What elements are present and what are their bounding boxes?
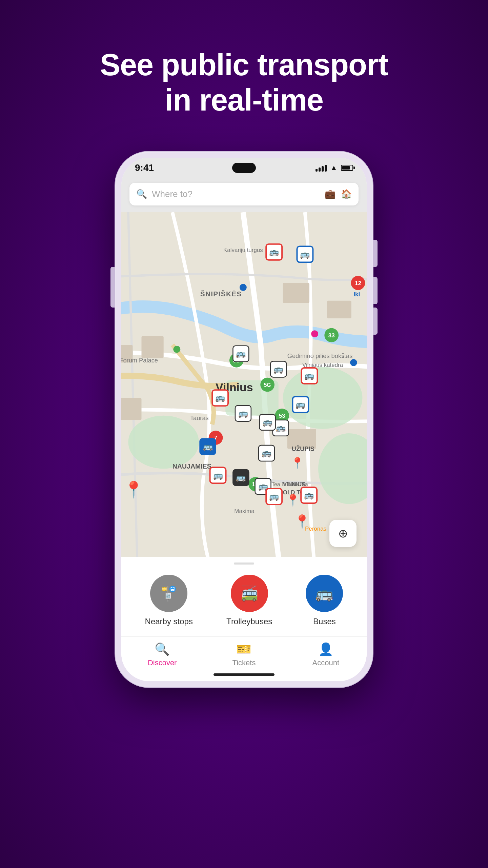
- account-label: Account: [312, 658, 340, 667]
- svg-text:🚌: 🚌: [263, 417, 273, 427]
- nav-tickets[interactable]: 🎫 Tickets: [203, 642, 285, 667]
- svg-text:📍: 📍: [286, 493, 300, 507]
- phone-mockup: 9:41 ▲ 🔍: [115, 152, 373, 687]
- search-container: 🔍 Where to? 💼 🏠: [121, 178, 367, 212]
- status-bar: 9:41 ▲: [121, 158, 367, 178]
- wifi-icon: ▲: [330, 163, 338, 172]
- svg-text:Maxima: Maxima: [234, 508, 255, 514]
- buses-icon-circle: 🚌: [306, 575, 343, 612]
- svg-text:UŽUPIS: UŽUPIS: [292, 445, 314, 452]
- svg-text:📍: 📍: [294, 514, 310, 530]
- svg-text:🚌: 🚌: [203, 442, 213, 451]
- home-icon[interactable]: 🏠: [341, 189, 352, 199]
- svg-text:Forum Palace: Forum Palace: [121, 357, 158, 364]
- search-input[interactable]: Where to?: [152, 189, 320, 199]
- trolleybus-icon: 🚎: [241, 585, 258, 602]
- svg-text:📍: 📍: [291, 457, 304, 469]
- svg-text:Tauras: Tauras: [190, 414, 209, 421]
- svg-text:🚌: 🚌: [304, 490, 314, 500]
- svg-text:🚌: 🚌: [304, 371, 314, 380]
- svg-text:🚌: 🚌: [269, 247, 279, 257]
- search-icon: 🔍: [136, 189, 147, 199]
- account-icon: 👤: [318, 642, 333, 656]
- tickets-label: Tickets: [232, 658, 256, 667]
- bus-icon: 🚌: [316, 585, 333, 602]
- svg-text:🚌: 🚌: [238, 409, 248, 418]
- svg-text:🚌: 🚌: [215, 393, 225, 402]
- svg-text:🚌: 🚌: [296, 400, 306, 409]
- map-area[interactable]: Vilnius ŠNIPIŠKĖS Forum Palace Gedimino …: [121, 212, 367, 557]
- crosshair-icon: ⊕: [338, 527, 348, 540]
- svg-text:Gedimino pilies boks̃tas: Gedimino pilies boks̃tas: [287, 352, 353, 359]
- battery-icon: [341, 165, 353, 171]
- search-bar[interactable]: 🔍 Where to? 💼 🏠: [129, 183, 359, 205]
- svg-text:🚌: 🚌: [236, 349, 246, 358]
- svg-text:🚌: 🚌: [262, 448, 272, 458]
- sheet-handle: [234, 563, 254, 565]
- svg-text:53: 53: [279, 413, 285, 419]
- map-svg: Vilnius ŠNIPIŠKĖS Forum Palace Gedimino …: [121, 212, 367, 557]
- nearby-stops-label: Nearby stops: [145, 617, 193, 626]
- svg-text:🚌: 🚌: [300, 250, 310, 259]
- svg-text:Iki: Iki: [353, 291, 360, 298]
- svg-point-80: [173, 346, 180, 353]
- svg-text:5G: 5G: [264, 382, 271, 388]
- svg-rect-6: [142, 336, 164, 358]
- bottom-sheet: 🚏 Nearby stops 🚎 Trolleybuses 🚌: [121, 557, 367, 681]
- svg-rect-9: [121, 398, 142, 420]
- svg-text:📍: 📍: [124, 480, 144, 499]
- svg-text:ŠNIPIŠKĖS: ŠNIPIŠKĖS: [200, 290, 242, 298]
- phone-shell: 9:41 ▲ 🔍: [115, 152, 373, 687]
- svg-text:12: 12: [355, 280, 361, 287]
- search-actions: 💼 🏠: [325, 189, 352, 199]
- nav-discover[interactable]: 🔍 Discover: [121, 642, 203, 667]
- svg-text:NAUJAMIES: NAUJAMIES: [172, 462, 211, 470]
- buses-action[interactable]: 🚌 Buses: [306, 575, 343, 626]
- stops-icon: 🚏: [160, 585, 178, 602]
- signal-icon: [316, 164, 327, 172]
- tickets-icon: 🎫: [236, 642, 251, 656]
- phone-screen: 9:41 ▲ 🔍: [121, 158, 367, 681]
- trolleybuses-action[interactable]: 🚎 Trolleybuses: [226, 575, 272, 626]
- nearby-stops-action[interactable]: 🚏 Nearby stops: [145, 575, 193, 626]
- nearby-stops-icon-circle: 🚏: [150, 575, 187, 612]
- svg-text:🚌: 🚌: [236, 473, 246, 482]
- svg-text:🚌: 🚌: [213, 471, 223, 480]
- svg-rect-8: [327, 301, 351, 318]
- svg-text:🚌: 🚌: [273, 364, 284, 374]
- nav-account[interactable]: 👤 Account: [285, 642, 367, 667]
- trolleybus-icon-circle: 🚎: [231, 575, 268, 612]
- discover-label: Discover: [148, 658, 177, 667]
- location-button[interactable]: ⊕: [329, 520, 357, 547]
- svg-point-83: [350, 359, 357, 366]
- trolleybuses-label: Trolleybuses: [226, 617, 272, 626]
- svg-rect-7: [283, 283, 309, 303]
- headline: See public transport in real-time: [100, 47, 388, 118]
- status-icons: ▲: [316, 163, 353, 172]
- briefcase-icon[interactable]: 💼: [325, 189, 336, 199]
- svg-text:33: 33: [328, 332, 335, 339]
- svg-point-81: [240, 284, 247, 291]
- bottom-nav: 🔍 Discover 🎫 Tickets 👤 Account: [121, 636, 367, 670]
- svg-point-82: [311, 330, 318, 337]
- svg-point-1: [128, 416, 199, 469]
- svg-text:🚌: 🚌: [276, 423, 286, 433]
- home-indicator: [214, 673, 274, 676]
- status-time: 9:41: [135, 162, 154, 173]
- discover-icon: 🔍: [155, 642, 170, 656]
- buses-label: Buses: [313, 617, 336, 626]
- camera-notch: [232, 163, 256, 173]
- svg-text:🚌: 🚌: [269, 492, 279, 501]
- quick-actions: 🚏 Nearby stops 🚎 Trolleybuses 🚌: [121, 575, 367, 636]
- svg-text:Kalvariju turgus: Kalvariju turgus: [223, 247, 263, 253]
